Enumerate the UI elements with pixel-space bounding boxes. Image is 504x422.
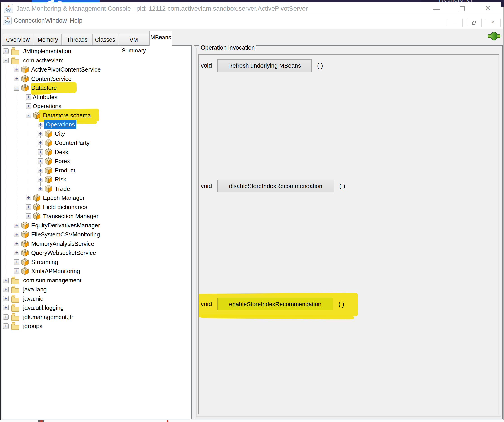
- tree-row[interactable]: +Desk: [2, 147, 191, 157]
- tree-item-label[interactable]: City: [55, 129, 65, 138]
- operation-button[interactable]: Refresh underlying MBeans: [217, 59, 312, 72]
- tree-item-label[interactable]: MemoryAnalysisService: [31, 239, 94, 248]
- menu-item-help[interactable]: Help: [70, 17, 83, 24]
- tree-item-label[interactable]: Attributes: [33, 93, 58, 102]
- tree-item-label[interactable]: com.sun.management: [23, 276, 81, 285]
- tree-item-label[interactable]: java.nio: [23, 294, 43, 303]
- tree-row[interactable]: +Trade: [2, 184, 191, 193]
- tree-row[interactable]: +java.util.logging: [2, 303, 191, 312]
- tree-item-label[interactable]: Trade: [55, 184, 70, 193]
- tree-item-label[interactable]: FileSystemCSVMonitoring: [31, 230, 100, 239]
- maximize-icon[interactable]: [460, 6, 465, 11]
- tree-row[interactable]: -Datastore: [2, 83, 191, 92]
- tab-memory[interactable]: Memory: [34, 34, 62, 45]
- tree-row[interactable]: +CounterParty: [2, 138, 191, 147]
- tree-item-label[interactable]: Product: [55, 166, 75, 175]
- tree-row[interactable]: +JMImplementation: [2, 47, 191, 56]
- tree-item-label[interactable]: Operations: [33, 102, 61, 111]
- expand-toggle-icon[interactable]: +: [3, 48, 9, 54]
- tree-item-label[interactable]: Datastore schema: [43, 111, 91, 120]
- tab-vm-summary[interactable]: VM Summary: [119, 34, 149, 45]
- tree-item-label[interactable]: java.util.logging: [23, 303, 64, 312]
- expand-toggle-icon[interactable]: +: [3, 314, 9, 320]
- tree-item-label[interactable]: Transaction Manager: [43, 211, 99, 221]
- tree-item-label[interactable]: ContentService: [31, 74, 72, 83]
- tree-item-label[interactable]: QueryWebsocketService: [31, 248, 96, 257]
- tree-item-label[interactable]: java.lang: [23, 285, 47, 294]
- expand-toggle-icon[interactable]: +: [38, 158, 43, 164]
- tree-row[interactable]: +MemoryAnalysisService: [2, 239, 191, 248]
- expand-toggle-icon[interactable]: +: [14, 223, 19, 228]
- tree-item-label[interactable]: ActivePivotContentService: [31, 65, 101, 74]
- tab-mbeans[interactable]: MBeans: [149, 31, 172, 46]
- expand-toggle-icon[interactable]: +: [14, 241, 19, 246]
- expand-toggle-icon[interactable]: +: [14, 250, 19, 255]
- tree-row[interactable]: +ContentService: [2, 74, 191, 83]
- tree-row[interactable]: +Product: [2, 166, 191, 175]
- expand-toggle-icon[interactable]: +: [26, 195, 31, 200]
- frame-close-button[interactable]: ×: [485, 18, 501, 27]
- menu-item-window[interactable]: Window: [45, 17, 67, 24]
- tree-row[interactable]: +EquityDerivativesManager: [2, 221, 191, 230]
- tab-threads[interactable]: Threads: [63, 34, 91, 45]
- tree-item-label[interactable]: Forex: [55, 157, 70, 166]
- expand-toggle-icon[interactable]: +: [3, 287, 9, 292]
- tree-row[interactable]: +FileSystemCSVMonitoring: [2, 230, 191, 239]
- expand-toggle-icon[interactable]: +: [38, 122, 43, 127]
- collapse-toggle-icon[interactable]: -: [26, 113, 31, 118]
- tree-row[interactable]: +Epoch Manager: [2, 193, 191, 202]
- expand-toggle-icon[interactable]: +: [38, 177, 43, 182]
- expand-toggle-icon[interactable]: +: [3, 296, 9, 301]
- expand-toggle-icon[interactable]: +: [26, 213, 31, 219]
- expand-toggle-icon[interactable]: +: [14, 67, 19, 72]
- tree-row[interactable]: +jgroups: [2, 322, 191, 331]
- expand-toggle-icon[interactable]: +: [14, 76, 19, 82]
- expand-toggle-icon[interactable]: +: [14, 259, 19, 265]
- tree-row[interactable]: +com.sun.management: [2, 276, 191, 285]
- tree-item-label[interactable]: XmlaAPMonitoring: [31, 267, 80, 275]
- tree-item-label[interactable]: jdk.management.jfr: [23, 312, 73, 322]
- expand-toggle-icon[interactable]: +: [38, 131, 43, 136]
- menu-item-connection[interactable]: Connection: [14, 17, 45, 24]
- tree-row[interactable]: -Datastore schema: [2, 111, 191, 120]
- tree-row[interactable]: -com.activeviam: [2, 56, 191, 65]
- tree-item-label[interactable]: JMImplementation: [23, 47, 71, 56]
- tree-row[interactable]: +Attributes: [2, 93, 191, 102]
- tree-item-label[interactable]: Epoch Manager: [43, 193, 85, 202]
- expand-toggle-icon[interactable]: +: [26, 94, 31, 100]
- tree-row[interactable]: +Operations: [2, 102, 191, 111]
- tree-item-label[interactable]: EquityDerivativesManager: [31, 221, 100, 230]
- expand-toggle-icon[interactable]: +: [3, 323, 9, 329]
- expand-toggle-icon[interactable]: +: [26, 204, 31, 210]
- tree-row[interactable]: +Transaction Manager: [2, 211, 191, 221]
- mbean-tree-panel[interactable]: +JMImplementation-com.activeviam+ActiveP…: [2, 45, 192, 419]
- expand-toggle-icon[interactable]: +: [38, 186, 43, 191]
- tree-row[interactable]: +jdk.management.jfr: [2, 312, 191, 322]
- operation-button[interactable]: enableStoreIndexRecommendation: [217, 298, 333, 311]
- expand-toggle-icon[interactable]: +: [14, 268, 19, 274]
- close-icon[interactable]: ✕: [485, 4, 491, 12]
- tab-overview[interactable]: Overview: [3, 34, 33, 45]
- tree-item-label[interactable]: com.activeviam: [23, 56, 64, 65]
- frame-minimize-button[interactable]: [447, 18, 462, 27]
- tree-row[interactable]: +java.nio: [2, 294, 191, 303]
- tree-row[interactable]: +QueryWebsocketService: [2, 248, 191, 257]
- tree-item-label[interactable]: Risk: [55, 175, 66, 184]
- expand-toggle-icon[interactable]: +: [3, 305, 9, 311]
- operation-button[interactable]: disableStoreIndexRecommendation: [217, 180, 334, 192]
- expand-toggle-icon[interactable]: +: [14, 232, 19, 237]
- tree-item-label[interactable]: Operations: [44, 120, 76, 129]
- expand-toggle-icon[interactable]: +: [38, 140, 43, 146]
- expand-toggle-icon[interactable]: +: [38, 149, 43, 155]
- tree-row[interactable]: +City: [2, 129, 191, 138]
- tree-item-label[interactable]: Datastore: [31, 83, 57, 92]
- tree-row[interactable]: +Streaming: [2, 258, 191, 267]
- expand-toggle-icon[interactable]: +: [3, 278, 9, 283]
- tree-item-label[interactable]: CounterParty: [55, 138, 90, 147]
- tree-row[interactable]: +java.lang: [2, 285, 191, 294]
- tree-row[interactable]: +Risk: [2, 175, 191, 184]
- frame-restore-button[interactable]: [466, 18, 482, 27]
- minimize-icon[interactable]: [433, 9, 440, 10]
- tree-item-label[interactable]: jgroups: [23, 322, 42, 331]
- tree-row[interactable]: +Forex: [2, 157, 191, 166]
